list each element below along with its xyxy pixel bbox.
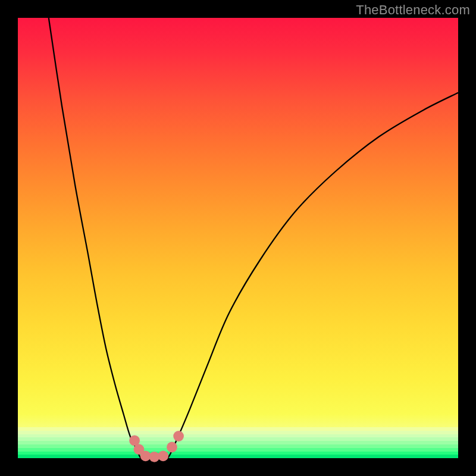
- valley-marker: [158, 450, 168, 461]
- curve-layer: [18, 18, 458, 458]
- plot-area: [18, 18, 458, 458]
- bottleneck-curve: [49, 18, 458, 459]
- watermark-text: TheBottleneck.com: [356, 2, 470, 18]
- chart-frame: TheBottleneck.com: [0, 0, 476, 476]
- valley-marker: [173, 431, 184, 441]
- valley-markers-group: [129, 431, 184, 462]
- valley-marker: [167, 442, 177, 453]
